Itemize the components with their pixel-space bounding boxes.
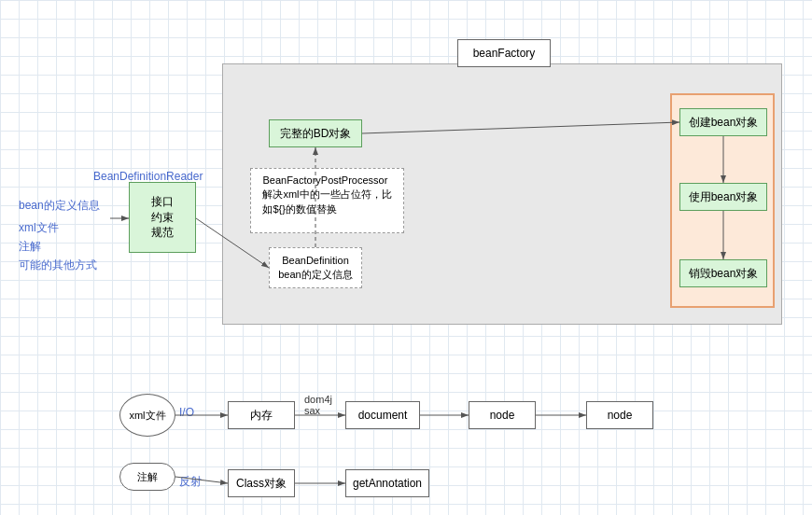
bean-definition-box: BeanDefinition bean的定义信息: [269, 247, 362, 288]
node2-box: node: [586, 401, 653, 429]
document-box: document: [345, 401, 420, 429]
create-bean-box: 创建bean对象: [679, 108, 767, 136]
bean-definition-reader-label: BeanDefinitionReader: [93, 170, 203, 183]
annotation-label: 注解: [19, 239, 41, 255]
node1-box: node: [469, 401, 536, 429]
bean-definition-info-label: bean的定义信息: [19, 198, 100, 214]
interface-box: 接口 约束 规范: [129, 182, 196, 253]
get-annotation-box: getAnnotation: [345, 469, 429, 497]
class-object-box: Class对象: [228, 469, 295, 497]
reflection-label: 反射: [179, 474, 202, 490]
possible-other-label: 可能的其他方式: [19, 258, 97, 273]
xml-file-circle-bottom: xml文件: [119, 394, 175, 437]
destroy-bean-box: 销毁bean对象: [679, 259, 767, 287]
bean-factory-post-processor-box: BeanFactoryPostProcessor 解决xml中的一些占位符，比 …: [250, 168, 404, 233]
bean-factory-box: beanFactory: [457, 39, 551, 67]
complete-bd-box: 完整的BD对象: [269, 119, 362, 147]
memory-box: 内存: [228, 401, 295, 429]
dom4j-sax-label: dom4j sax: [304, 394, 332, 416]
xml-file-label: xml文件: [19, 220, 59, 236]
io-label: I/O: [179, 406, 194, 419]
use-bean-box: 使用bean对象: [679, 183, 767, 211]
diagram-canvas: beanFactory 完整的BD对象 BeanFactoryPostProce…: [0, 0, 812, 515]
annotation-circle-bottom: 注解: [119, 463, 175, 491]
